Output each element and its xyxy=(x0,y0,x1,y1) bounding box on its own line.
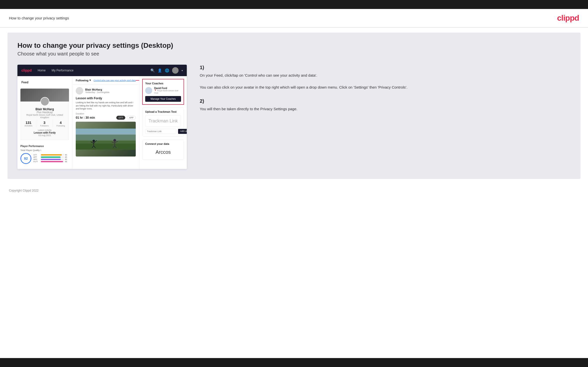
search-icon[interactable]: 🔍 xyxy=(150,68,155,72)
latest-activity-label: Latest Activity xyxy=(23,129,67,131)
post-user-name: Blair McHarg xyxy=(85,88,109,91)
bar-ott-track xyxy=(41,154,64,156)
bar-putt-label: PUTT xyxy=(33,161,40,162)
trackman-placeholder: Trackman Link xyxy=(145,115,181,127)
nav-my-performance[interactable]: My Performance xyxy=(52,69,73,72)
page-subheading: Choose what you want people to see xyxy=(17,51,571,57)
quality-title: Total Player Quality ℹ xyxy=(20,149,69,152)
app-mockup: clippd Home My Performance 🔍 👤 🌐 ▾ xyxy=(17,65,187,169)
following-dropdown[interactable]: Following ▾ xyxy=(76,79,91,82)
instruction-1: 1) On your Feed, click/tap on 'Control w… xyxy=(200,65,566,90)
profile-name: Blair McHarg xyxy=(23,107,67,111)
app-sidebar: Feed Blair McHarg Plus Handicap Royal No… xyxy=(17,76,72,169)
instruction-1-text: On your Feed, click/tap on 'Control who … xyxy=(200,72,566,90)
instruction-1-number: 1) xyxy=(200,65,566,70)
bar-arg: ARG 86 xyxy=(33,158,69,160)
coach-club: 📍 Royal North Devon Golf Club xyxy=(154,90,181,94)
location-icon: 📍 xyxy=(154,90,157,92)
arccos-logo: Arccos xyxy=(145,147,181,157)
coach-name: David Ford xyxy=(154,87,181,90)
bar-app-value: 85 xyxy=(65,156,69,158)
stat-following-value: 4 xyxy=(57,121,65,125)
bar-arg-fill xyxy=(41,159,61,160)
stat-activities-label: Activities xyxy=(25,125,33,127)
profile-stats: 131 Activities 3 Followers xyxy=(23,121,67,127)
logo: clippd xyxy=(557,13,579,23)
nav-home[interactable]: Home xyxy=(38,69,46,72)
bar-putt: PUTT 96 xyxy=(33,161,69,162)
feed-header: Following ▾ Control who can see your act… xyxy=(72,76,139,85)
post-user: Blair McHarg Yesterday · Sunningdale xyxy=(76,87,136,95)
info-icon: ℹ xyxy=(40,149,41,152)
stat-activities: 131 Activities xyxy=(25,121,33,127)
stat-following: 4 Following xyxy=(57,121,65,127)
add-link-button[interactable]: Add Link xyxy=(178,129,187,134)
app-feed: Following ▾ Control who can see your act… xyxy=(72,76,139,169)
duration-row: 01 hr : 30 min OTT APP xyxy=(76,116,136,120)
quality-bars: OTT 90 APP xyxy=(33,154,69,163)
avatar-chevron[interactable]: ▾ xyxy=(182,69,183,72)
feed-tab[interactable]: Feed xyxy=(17,79,72,86)
coach-info: David Ford 📍 Royal North Devon Golf Club xyxy=(154,87,181,94)
stat-activities-value: 131 xyxy=(25,121,33,125)
user-avatar[interactable] xyxy=(172,67,179,74)
manage-coaches-button[interactable]: Manage Your Coaches xyxy=(145,96,181,102)
control-privacy-link[interactable]: Control who can see your activity and da… xyxy=(93,79,136,82)
stat-followers: 3 Followers xyxy=(40,121,49,127)
post-user-info: Blair McHarg Yesterday · Sunningdale xyxy=(85,88,109,94)
bar-ott: OTT 90 xyxy=(33,154,69,156)
post-card: Blair McHarg Yesterday · Sunningdale Les… xyxy=(72,85,139,159)
profile-handicap: Plus Handicap xyxy=(23,111,67,114)
trackman-section: Upload a Trackman Test Trackman Link Add… xyxy=(142,107,184,137)
connect-title: Connect your data xyxy=(145,142,181,145)
svg-rect-6 xyxy=(76,135,136,142)
app-navbar: clippd Home My Performance 🔍 👤 🌐 ▾ xyxy=(17,65,187,76)
post-user-avatar xyxy=(76,87,83,95)
quality-label: Total Player Quality xyxy=(20,149,40,152)
bar-putt-track xyxy=(41,161,64,162)
app-right-panel: Your Coaches David Ford 📍 Royal North De… xyxy=(139,76,187,169)
bar-putt-fill xyxy=(41,161,63,162)
latest-activity-name: Lesson with Fordy xyxy=(23,131,67,134)
latest-activity-date: 03 Aug 2022 xyxy=(23,134,67,137)
top-bar xyxy=(0,0,588,9)
page-breadcrumb: How to change your privacy settings xyxy=(9,16,69,20)
page-heading: How to change your privacy settings (Des… xyxy=(17,42,571,50)
duration-value: 01 hr : 30 min xyxy=(76,116,95,119)
svg-point-13 xyxy=(113,139,116,142)
user-icon[interactable]: 👤 xyxy=(158,68,162,72)
golf-scene-svg xyxy=(76,122,136,157)
coaches-title: Your Coaches xyxy=(145,82,181,85)
bar-arg-value: 86 xyxy=(65,158,69,160)
trackman-input[interactable] xyxy=(145,129,177,134)
svg-point-7 xyxy=(92,140,95,142)
tag-ott: OTT xyxy=(116,116,125,120)
globe-icon[interactable]: 🌐 xyxy=(165,68,169,72)
following-chevron: ▾ xyxy=(89,79,91,82)
bar-app-track xyxy=(41,157,64,158)
content-row: clippd Home My Performance 🔍 👤 🌐 ▾ xyxy=(17,65,571,169)
bar-ott-value: 90 xyxy=(65,154,69,156)
stat-followers-label: Followers xyxy=(40,125,49,127)
profile-club: Royal North Devon Golf Club, United King… xyxy=(23,114,67,119)
profile-info: Blair McHarg Plus Handicap Royal North D… xyxy=(20,102,69,140)
app-nav-icons: 🔍 👤 🌐 ▾ xyxy=(150,67,183,74)
coach-row: David Ford 📍 Royal North Devon Golf Club xyxy=(145,87,181,94)
post-description: Looking to feel like my hands are exitin… xyxy=(76,101,136,110)
bar-putt-value: 96 xyxy=(65,161,69,162)
trackman-title: Upload a Trackman Test xyxy=(145,110,181,113)
perf-title: Player Performance xyxy=(20,145,69,148)
footer: Copyright Clippd 2022 xyxy=(0,184,588,197)
bar-arg-track xyxy=(41,159,64,160)
profile-banner xyxy=(20,89,69,102)
instruction-2-number: 2) xyxy=(200,98,566,104)
coaches-section: Your Coaches David Ford 📍 Royal North De… xyxy=(142,79,184,105)
main-content: How to change your privacy settings (Des… xyxy=(7,33,581,179)
instruction-2: 2) You will then be taken directly to th… xyxy=(200,98,566,112)
control-link-container: Control who can see your activity and da… xyxy=(93,79,136,82)
post-user-meta: Yesterday · Sunningdale xyxy=(85,91,109,94)
bar-ott-label: OTT xyxy=(33,154,40,156)
bar-app: APP 85 xyxy=(33,156,69,158)
post-image xyxy=(76,122,136,157)
quality-score: 92 xyxy=(24,157,28,160)
